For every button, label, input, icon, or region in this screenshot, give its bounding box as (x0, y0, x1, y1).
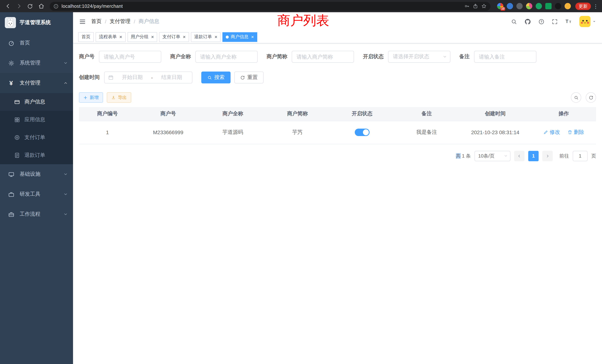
search-button[interactable]: 搜索 (201, 72, 231, 83)
url-text[interactable]: localhost:1024/pay/merchant (62, 3, 461, 9)
chevron-down-icon (443, 54, 447, 59)
delete-link[interactable]: 删除 (568, 129, 584, 136)
short-name-input[interactable] (292, 51, 354, 63)
edit-link[interactable]: 修改 (543, 129, 560, 136)
select-placeholder: 请选择开启状态 (393, 53, 429, 60)
close-icon[interactable]: × (214, 34, 217, 39)
browser-menu-icon[interactable]: ⋮ (592, 3, 599, 9)
browser-refresh-icon[interactable] (25, 1, 35, 11)
sidebar-subitem-app-info[interactable]: 应用信息 (0, 111, 73, 129)
avatar (579, 16, 591, 27)
bookmark-star-icon[interactable] (481, 3, 487, 9)
close-icon[interactable]: × (182, 34, 185, 39)
app-logo[interactable]: 芋道管理系统 (0, 12, 73, 33)
column-header: 操作 (531, 107, 596, 121)
reset-button[interactable]: 重置 (234, 72, 264, 83)
github-icon[interactable] (524, 18, 531, 25)
page-size-select[interactable]: 10条/页 (474, 151, 510, 161)
tab-pay-order[interactable]: 支付订单 × (159, 32, 189, 42)
fullscreen-icon[interactable] (552, 18, 558, 25)
extension-icon[interactable] (507, 3, 513, 9)
extension-icon[interactable] (565, 3, 571, 9)
refresh-table-button[interactable] (586, 92, 596, 103)
close-icon[interactable]: × (250, 34, 254, 39)
cell-status (330, 121, 394, 144)
dashboard-icon (8, 40, 14, 46)
status-select[interactable]: 请选择开启状态 (388, 51, 450, 63)
sidebar-item-devtools[interactable]: 研发工具 (0, 184, 73, 204)
extension-icon[interactable] (526, 3, 532, 9)
hamburger-icon[interactable] (79, 18, 86, 25)
sidebar-item-workflow[interactable]: 工作流程 (0, 204, 73, 224)
toggle-search-button[interactable] (571, 92, 581, 103)
close-icon[interactable]: × (119, 34, 122, 39)
sidebar-subitem-merchant-info[interactable]: 商户信息 (0, 93, 73, 111)
browser-toolbar: localhost:1024/pay/merchant 10 更新 ⋮ (0, 0, 602, 12)
chevron-down-icon (504, 154, 508, 158)
page-size-value: 10条/页 (478, 152, 494, 159)
help-icon[interactable]: ? (538, 18, 545, 25)
tab-user-group[interactable]: 用户分组 × (127, 32, 157, 42)
sidebar-menu: 首页 系统管理 ¥ 支付管理 (0, 33, 73, 224)
extension-icon[interactable]: 10 (497, 3, 503, 9)
remark-input[interactable] (474, 51, 536, 63)
browser-update-button[interactable]: 更新 (575, 2, 591, 10)
user-avatar[interactable] (579, 16, 596, 27)
add-button[interactable]: 新增 (79, 92, 103, 103)
tab-flow-form[interactable]: 流程表单 × (96, 32, 126, 42)
sidebar-item-label: 支付订单 (24, 134, 45, 141)
export-button[interactable]: 导出 (107, 92, 131, 103)
tab-home[interactable]: 首页 (78, 32, 94, 42)
address-bar[interactable]: localhost:1024/pay/merchant (50, 2, 490, 11)
tab-merchant-info[interactable]: 商户信息 × (223, 32, 257, 42)
column-header: 开启状态 (330, 107, 394, 121)
payment-submenu: 商户信息 应用信息 支付订单 (0, 93, 73, 164)
goto-page-input[interactable] (573, 151, 588, 161)
prev-page-button[interactable] (514, 151, 525, 161)
logo-avatar (5, 17, 16, 28)
browser-forward-icon[interactable] (14, 1, 24, 11)
extension-icon[interactable] (536, 3, 542, 9)
breadcrumb-payment[interactable]: 支付管理 (110, 18, 130, 25)
sidebar-subitem-refund-order[interactable]: 退款订单 (0, 146, 73, 164)
gear-icon (8, 60, 14, 66)
delete-link-label: 删除 (574, 129, 584, 136)
extension-area: 10 (497, 3, 571, 9)
sidebar-item-payment[interactable]: ¥ 支付管理 (0, 73, 73, 93)
workflow-icon (8, 211, 14, 217)
column-header: 商户编号 (79, 107, 136, 121)
tab-label: 退款订单 (194, 34, 212, 40)
page-1-button[interactable]: 1 (528, 151, 539, 161)
tab-refund-order[interactable]: 退款订单 × (191, 32, 221, 42)
browser-home-icon[interactable] (36, 1, 46, 11)
password-key-icon[interactable] (464, 3, 470, 9)
sidebar-item-label: 首页 (20, 40, 30, 46)
browser-back-icon[interactable] (3, 1, 13, 11)
sidebar-subitem-pay-order[interactable]: 支付订单 (0, 129, 73, 146)
share-icon[interactable] (473, 3, 478, 9)
sidebar-item-home[interactable]: 首页 (0, 33, 73, 53)
extension-icon[interactable] (545, 3, 552, 9)
table-toolbar: 新增 导出 (79, 92, 596, 103)
cell-remark: 我是备注 (394, 121, 459, 144)
close-icon[interactable]: × (150, 34, 154, 39)
search-icon[interactable] (511, 18, 517, 25)
total-count: 共 1 条 (456, 152, 471, 159)
date-range-picker[interactable]: 开始日期 - 结束日期 (104, 72, 192, 83)
filter-remark: 备注 (459, 51, 536, 63)
merchant-name-input[interactable] (195, 51, 258, 63)
status-toggle[interactable] (355, 129, 370, 136)
sidebar-item-infrastructure[interactable]: 基础设施 (0, 164, 73, 184)
page-info-icon[interactable] (53, 3, 59, 9)
merchant-no-input[interactable] (99, 51, 161, 63)
extension-icon[interactable] (516, 3, 523, 9)
svg-text:T: T (566, 19, 568, 24)
next-page-button[interactable] (542, 151, 553, 161)
font-size-icon[interactable]: TT (565, 18, 572, 25)
breadcrumb-home[interactable]: 首页 (91, 18, 102, 25)
extension-icon[interactable] (555, 3, 561, 9)
filter-create-time: 创建时间 开始日期 - 结束日期 (79, 72, 192, 83)
sidebar-item-system[interactable]: 系统管理 (0, 53, 73, 73)
toolbar-right (571, 92, 596, 103)
table-row: 1 M233666999 芋道源码 芋艿 我是备注 2021-10-23 08:… (79, 121, 596, 144)
